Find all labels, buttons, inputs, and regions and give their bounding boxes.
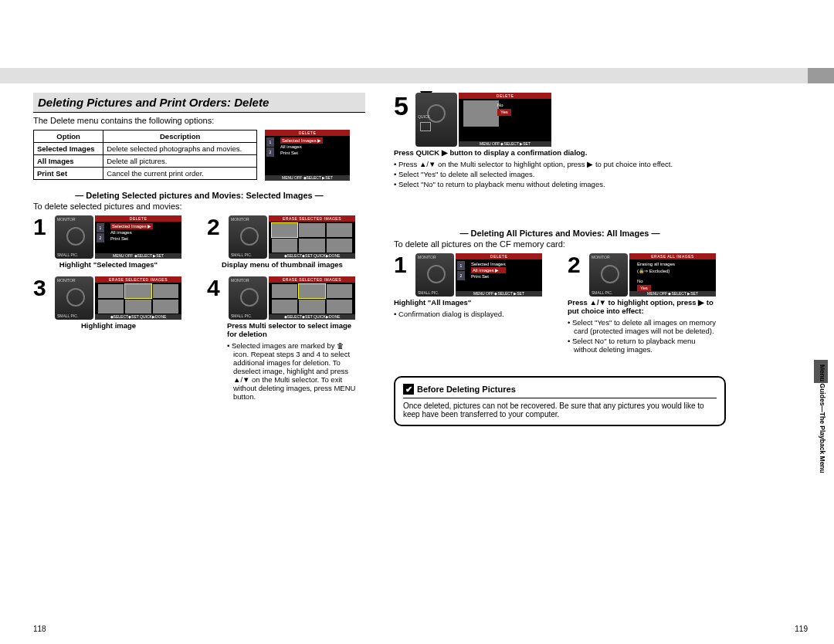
play-icon [420,122,431,131]
step-num-1: 1 [33,215,52,239]
step-4: 4 MONITORSMALL PIC. ERASE SELECTED IMAGE… [207,276,358,410]
side-tab-text: Menu Guides—The Playback Menu [819,364,826,473]
step5-note1: Press ▲/▼ on the Multi selector to highl… [394,160,726,168]
step-3: 3 MONITORSMALL PIC. ERASE SELECTED IMAGE… [33,276,184,410]
step4-note: Selected images are marked by 🗑 icon. Re… [227,341,358,401]
page-number-left: 118 [33,625,46,633]
step-num-5: 5 [394,93,412,119]
lcd-step4: ERASE SELECTED IMAGES ◆SELECT◆SET QUICK▶… [269,276,355,320]
all-note-1: Confirmation dialog is displayed. [394,310,544,318]
col-option: Option [34,130,103,143]
menu-sel: Selected Images ▶ [280,137,323,144]
page-left: Deleting Pictures and Print Orders: Dele… [33,93,365,410]
all-step-1: 1 MONITORSMALL PIC. DELETE 12 Selected I… [394,253,544,363]
caption-2: Display menu of thumbnail images [207,260,358,269]
lcd-all2: ERASE ALL IMAGES Erasing all images (🔒⇒ … [629,253,716,297]
step-1: 1 MONITORSMALL PIC. DELETE 12 Selected I… [33,215,184,269]
step-2: 2 MONITORSMALL PIC. ERASE SELECTED IMAGE… [207,215,358,269]
caption-3: Highlight image [33,321,184,330]
all-step-num-1: 1 [394,253,412,276]
camera-back-icon: MONITORSMALL PIC. [589,253,628,297]
lcd-all1: DELETE 12 Selected Images All images ▶ P… [456,253,542,297]
camera-back-icon: QUICK [415,93,457,147]
all-note-2a: Select "Yes" to delete all images on mem… [568,318,718,335]
all-step-2: 2 MONITORSMALL PIC. ERASE ALL IMAGES Era… [568,253,718,363]
options-table: Option Description Selected Images Delet… [33,130,257,180]
check-icon: ✔ [403,384,414,395]
steps-all: 1 MONITORSMALL PIC. DELETE 12 Selected I… [394,253,726,363]
opt-selected-desc: Delete selected photographs and movies. [103,143,257,155]
camera-back-icon: MONITORSMALL PIC. [55,215,93,259]
intro-text: The Delete menu contains the following o… [33,116,365,125]
page-number-right: 119 [795,625,808,633]
step5-note3: Select "No" to return to playback menu w… [394,180,726,188]
caption-5: Press QUICK ▶ button to display a confir… [394,148,726,157]
section-title: Deleting Pictures and Print Orders: Dele… [33,93,365,113]
all-step-num-2: 2 [568,253,586,276]
selected-header: — Deleting Selected pictures and Movies:… [33,191,365,200]
lcd-step3: ERASE SELECTED IMAGES ◆SELECT◆SET QUICK▶… [95,276,181,320]
camera-back-icon: MONITORSMALL PIC. [229,215,267,259]
step-num-4: 4 [207,276,225,300]
camera-back-icon: MONITORSMALL PIC. [415,253,454,297]
step-5: 5 QUICK DELETE No Yes MENU OFF ◆SELECT ▶… [394,93,726,198]
info-body: Once deleted, pictures can not be recove… [403,402,717,419]
lcd-step2: ERASE SELECTED IMAGES ◆SELECT◆SET QUICK▶… [269,215,355,259]
info-box: ✔ Before Deleting Pictures Once deleted,… [394,376,726,426]
header-bar [0,68,808,83]
caption-1: Highlight "Selected Images" [33,260,184,269]
lcd-intro: DELETE 12 Selected Images ▶ All images P… [265,130,350,181]
step-num-2: 2 [207,215,225,239]
caption-4: Press Multi selector to select image for… [207,321,358,338]
lcd-step1: DELETE 12 Selected Images ▶ All images P… [95,215,181,259]
menu-print: Print Set [280,150,323,156]
step-num-3: 3 [33,276,52,300]
lcd-step5: DELETE No Yes MENU OFF ◆SELECT ▶SET [459,93,551,147]
all-note-2b: Select No" to return to playback menu wi… [568,337,718,354]
opt-print-desc: Cancel the current print order. [103,168,257,180]
opt-all: All Images [34,155,103,168]
page-right: 5 QUICK DELETE No Yes MENU OFF ◆SELECT ▶… [394,93,726,426]
opt-selected: Selected Images [34,143,103,155]
col-desc: Description [103,130,257,143]
camera-back-icon: MONITORSMALL PIC. [55,276,93,320]
opt-print: Print Set [34,168,103,180]
all-header: — Deleting All Pictures and Movies: All … [394,229,726,238]
all-caption-2: Press ▲/▼ to highlight option, press ▶ t… [568,298,718,315]
menu-all: All images [280,144,323,150]
selected-intro: To delete selected pictures and movies: [33,202,365,211]
all-caption-1: Highlight "All Images" [394,298,544,307]
info-title: Before Deleting Pictures [417,385,516,394]
opt-all-desc: Delete all pictures. [103,155,257,168]
camera-back-icon: MONITORSMALL PIC. [229,276,267,320]
steps-selected: 1 MONITORSMALL PIC. DELETE 12 Selected I… [33,215,365,410]
step5-note2: Select "Yes" to delete all selected imag… [394,170,726,178]
all-intro: To delete all pictures on the CF memory … [394,239,726,249]
lcd-title: DELETE [265,130,350,136]
header-bar-end [808,68,834,83]
